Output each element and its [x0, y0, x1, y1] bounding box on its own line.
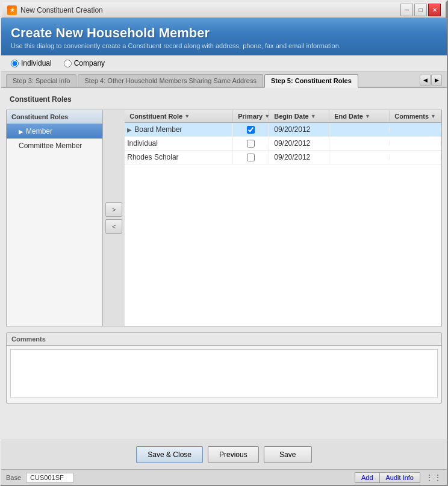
title-bar: ★ New Constituent Creation ─ □ ✕ [1, 1, 447, 18]
filter-end-icon[interactable]: ▼ [365, 113, 370, 119]
comments-legend: Comments [7, 333, 441, 346]
cell-primary-board[interactable] [233, 123, 269, 136]
company-radio[interactable] [64, 60, 72, 67]
status-base-label: Base [6, 474, 21, 481]
table-row[interactable]: Individual 09/20/2012 [125, 137, 441, 151]
cell-primary-individual[interactable] [233, 137, 269, 150]
transfer-buttons: > < [103, 110, 125, 326]
filter-begin-icon[interactable]: ▼ [311, 113, 316, 119]
left-panel-header: Constituent Roles [7, 110, 102, 124]
window-title: New Constituent Creation [20, 6, 400, 14]
minimize-button[interactable]: ─ [400, 4, 413, 16]
close-button[interactable]: ✕ [428, 4, 441, 16]
cell-comments-rhodes [390, 155, 441, 160]
list-item-committee-member[interactable]: Committee Member [7, 139, 102, 153]
more-options-icon[interactable]: ⋮⋮ [425, 473, 442, 482]
status-base-value: CUS001SF [26, 473, 74, 482]
company-label: Company [74, 59, 105, 67]
dialog-subtitle: Use this dialog to conveniently create a… [11, 42, 437, 49]
individual-option[interactable]: Individual [11, 59, 52, 67]
content-area: Constituent Roles Constituent Roles ▶ Me… [1, 88, 447, 440]
cell-role-rhodes: Rhodes Scholar [125, 151, 233, 164]
save-button[interactable]: Save [264, 446, 312, 463]
maximize-button[interactable]: □ [414, 4, 427, 16]
cell-end-individual [329, 141, 390, 146]
dialog-title: Create New Household Member [11, 25, 437, 41]
roles-grid: Constituent Role ▼ Primary ▼ Begin Date … [125, 110, 441, 326]
footer-buttons: Save & Close Previous Save [1, 440, 447, 469]
table-row[interactable]: ▶ Board Member 09/20/2012 [125, 123, 441, 137]
back-arrow-button[interactable]: < [105, 219, 122, 234]
filter-role-icon[interactable]: ▼ [184, 113, 190, 119]
col-primary: Primary ▼ [233, 110, 269, 122]
company-option[interactable]: Company [64, 59, 105, 67]
type-selector: Individual Company [1, 55, 447, 72]
primary-checkbox-board[interactable] [247, 126, 255, 134]
cell-primary-rhodes[interactable] [233, 151, 269, 164]
constituent-roles-list: ▶ Member Committee Member [7, 124, 102, 326]
comments-section: Comments [6, 332, 442, 403]
col-comments: Comments ▼ [390, 110, 441, 122]
tab-prev-button[interactable]: ◀ [420, 75, 431, 86]
tab-next-button[interactable]: ▶ [431, 75, 442, 86]
roles-container: Constituent Roles ▶ Member Committee Mem… [6, 110, 442, 326]
individual-radio[interactable] [11, 60, 19, 67]
cell-begin-rhodes: 09/20/2012 [269, 151, 329, 164]
col-end-date: End Date ▼ [329, 110, 390, 122]
list-item-member[interactable]: ▶ Member [7, 124, 102, 139]
tab-navigation: ◀ ▶ [420, 75, 442, 87]
audit-info-button[interactable]: Audit Info [379, 472, 420, 483]
section-title: Constituent Roles [6, 93, 442, 106]
left-panel: Constituent Roles ▶ Member Committee Mem… [7, 110, 103, 326]
tab-step4[interactable]: Step 4: Other Household Members Sharing … [78, 74, 263, 87]
cell-end-rhodes [329, 155, 390, 160]
tab-step3[interactable]: Step 3: Special Info [6, 74, 76, 87]
tab-step5[interactable]: Step 5: Constituent Roles [264, 74, 358, 88]
dialog-header: Create New Household Member Use this dia… [1, 18, 447, 55]
primary-checkbox-rhodes[interactable] [247, 154, 255, 161]
status-bar: Base CUS001SF Add Audit Info ⋮⋮ [1, 469, 447, 485]
cell-role-individual: Individual [125, 137, 233, 150]
grid-body: ▶ Board Member 09/20/2012 Individu [125, 123, 441, 326]
forward-arrow-button[interactable]: > [105, 202, 122, 217]
selected-arrow-icon: ▶ [19, 128, 23, 135]
filter-comments-icon[interactable]: ▼ [431, 113, 436, 119]
tab-bar: Step 3: Special Info Step 4: Other House… [1, 72, 447, 88]
cell-begin-individual: 09/20/2012 [269, 137, 329, 150]
cell-end-board [329, 127, 390, 132]
cell-comments-individual [390, 141, 441, 146]
cell-begin-board: 09/20/2012 [269, 123, 329, 136]
cell-role-board-member: ▶ Board Member [125, 123, 233, 136]
grid-header: Constituent Role ▼ Primary ▼ Begin Date … [125, 110, 441, 123]
comments-textarea[interactable] [10, 349, 438, 397]
previous-button[interactable]: Previous [208, 446, 259, 463]
status-action-buttons: Add Audit Info [355, 472, 420, 483]
save-close-button[interactable]: Save & Close [136, 446, 203, 463]
window-controls: ─ □ ✕ [400, 4, 441, 16]
add-status-button[interactable]: Add [355, 472, 379, 483]
cell-comments-board [390, 127, 441, 132]
app-icon: ★ [7, 5, 17, 15]
col-begin-date: Begin Date ▼ [269, 110, 329, 122]
individual-label: Individual [21, 59, 52, 67]
col-constituent-role: Constituent Role ▼ [125, 110, 233, 122]
row-selected-icon: ▶ [127, 126, 132, 133]
table-row[interactable]: Rhodes Scholar 09/20/2012 [125, 151, 441, 164]
primary-checkbox-individual[interactable] [247, 140, 255, 148]
